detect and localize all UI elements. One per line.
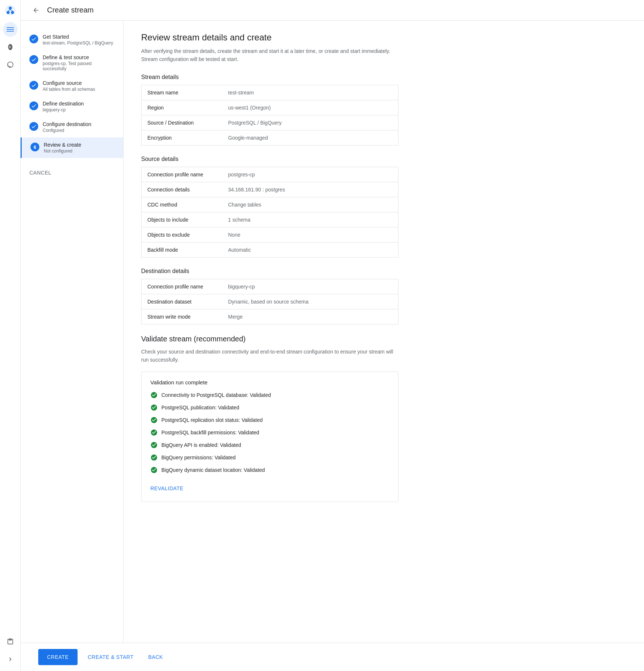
app-logo (4, 4, 16, 16)
nav-menu-icon[interactable] (3, 22, 18, 37)
step-detail-4: bigquery-cp (43, 107, 84, 112)
validation-item: Connectivity to PostgreSQL database: Val… (150, 391, 389, 399)
step-name-4: Define destination (43, 101, 84, 107)
check-validated-icon (150, 404, 158, 411)
svg-rect-7 (7, 29, 14, 30)
source-details-title: Source details (141, 156, 626, 162)
main-title: Review stream details and create (141, 32, 626, 43)
step-detail-3: All tables from all schemas (43, 87, 95, 92)
step-item-2[interactable]: Define & test sourcepostgres-cp, Test pa… (21, 50, 123, 76)
nav-clipboard-icon[interactable] (3, 634, 18, 649)
svg-point-1 (9, 7, 12, 10)
validate-title: Validate stream (recommended) (141, 335, 398, 343)
table-row: CDC methodChange tables (142, 197, 398, 212)
step-name-3: Configure source (43, 80, 95, 86)
sidebar-cancel: CANCEL (29, 167, 114, 179)
cancel-button[interactable]: CANCEL (29, 167, 51, 179)
validation-item: PostgreSQL replication slot status: Vali… (150, 416, 389, 424)
stream-details-table: Stream nametest-streamRegionus-west1 (Or… (141, 85, 398, 146)
table-row: EncryptionGoogle-managed (142, 130, 398, 145)
validate-section: Validate stream (recommended) Check your… (141, 335, 398, 502)
page-title: Create stream (47, 6, 94, 14)
validation-item-text: PostgreSQL backfill permissions: Validat… (161, 430, 259, 435)
stream-details-title: Stream details (141, 74, 626, 80)
create-start-button[interactable]: CREATE & START (83, 649, 138, 665)
table-row: Source / DestinationPostgreSQL / BigQuer… (142, 115, 398, 130)
nav-globe-icon[interactable] (3, 57, 18, 72)
step-icon-1 (29, 35, 38, 43)
header: Create stream (21, 0, 644, 21)
main-description: After verifying the stream details, crea… (141, 47, 398, 64)
step-icon-2 (29, 55, 38, 64)
table-row: Destination datasetDynamic, based on sou… (142, 294, 398, 309)
table-row: Regionus-west1 (Oregon) (142, 100, 398, 115)
validation-item: PostgreSQL publication: Validated (150, 404, 389, 411)
destination-details-table: Connection profile namebigquery-cpDestin… (141, 279, 398, 324)
validation-item: BigQuery API is enabled: Validated (150, 441, 389, 449)
step-detail-2: postgres-cp, Test passed successfully (43, 61, 114, 71)
table-row: Connection profile namepostgres-cp (142, 167, 398, 182)
table-row: Connection profile namebigquery-cp (142, 279, 398, 294)
table-row: Stream nametest-stream (142, 85, 398, 100)
step-detail-6: Not configured (44, 148, 81, 154)
source-details-table: Connection profile namepostgres-cpConnec… (141, 167, 398, 258)
step-name-1: Get Started (43, 34, 113, 40)
step-detail-1: test-stream, PostgreSQL / BigQuery (43, 40, 113, 46)
validate-description: Check your source and destination connec… (141, 348, 398, 364)
step-item-5[interactable]: Configure destinationConfigured (21, 117, 123, 137)
validation-box: Validation run complete Connectivity to … (141, 372, 398, 502)
content-area: Get Startedtest-stream, PostgreSQL / Big… (21, 21, 644, 671)
check-validated-icon (150, 466, 158, 474)
step-item-6[interactable]: 6Review & createNot configured (21, 137, 123, 158)
step-name-6: Review & create (44, 142, 81, 148)
check-validated-icon (150, 441, 158, 449)
svg-rect-6 (7, 27, 14, 28)
main-content: Review stream details and create After v… (124, 21, 644, 671)
validation-item: PostgreSQL backfill permissions: Validat… (150, 429, 389, 436)
validation-header: Validation run complete (150, 379, 389, 385)
nav-expand-icon[interactable] (3, 652, 18, 667)
destination-details-title: Destination details (141, 268, 626, 274)
check-validated-icon (150, 416, 158, 424)
nav-forward-icon[interactable] (3, 40, 18, 54)
step-name-5: Configure destination (43, 121, 91, 127)
step-item-1[interactable]: Get Startedtest-stream, PostgreSQL / Big… (21, 29, 123, 50)
table-row: Objects to excludeNone (142, 227, 398, 242)
create-button[interactable]: CREATE (38, 649, 78, 665)
svg-rect-8 (7, 31, 14, 32)
validation-item-text: BigQuery API is enabled: Validated (161, 442, 241, 448)
check-validated-icon (150, 429, 158, 436)
validation-item-text: PostgreSQL replication slot status: Vali… (161, 417, 262, 423)
table-row: Stream write modeMerge (142, 309, 398, 324)
step-item-4[interactable]: Define destinationbigquery-cp (21, 96, 123, 117)
sidebar: Get Startedtest-stream, PostgreSQL / Big… (21, 21, 124, 671)
validation-item-text: PostgreSQL publication: Validated (161, 405, 239, 410)
step-detail-5: Configured (43, 128, 91, 133)
step-icon-6: 6 (31, 143, 39, 151)
validation-item: BigQuery permissions: Validated (150, 454, 389, 461)
check-validated-icon (150, 454, 158, 461)
svg-point-3 (11, 11, 14, 14)
step-icon-3 (29, 81, 38, 90)
table-row: Connection details34.168.161.90 : postgr… (142, 182, 398, 197)
back-button[interactable] (29, 4, 43, 17)
footer-bar: CREATE CREATE & START BACK (21, 643, 644, 671)
table-row: Objects to include1 schema (142, 212, 398, 227)
check-validated-icon (150, 391, 158, 399)
validation-item-text: BigQuery dynamic dataset location: Valid… (161, 467, 265, 473)
step-name-2: Define & test source (43, 54, 114, 60)
validation-item: BigQuery dynamic dataset location: Valid… (150, 466, 389, 474)
validation-item-text: BigQuery permissions: Validated (161, 455, 236, 460)
back-footer-button[interactable]: BACK (144, 649, 167, 665)
revalidate-button[interactable]: REVALIDATE (150, 482, 183, 494)
main-layout: Create stream Get Startedtest-stream, Po… (21, 0, 644, 671)
table-row: Backfill modeAutomatic (142, 242, 398, 257)
step-item-3[interactable]: Configure sourceAll tables from all sche… (21, 76, 123, 96)
nav-strip (0, 0, 21, 671)
svg-point-2 (7, 11, 10, 14)
step-icon-4 (29, 101, 38, 110)
step-icon-5 (29, 122, 38, 131)
validation-item-text: Connectivity to PostgreSQL database: Val… (161, 392, 271, 398)
